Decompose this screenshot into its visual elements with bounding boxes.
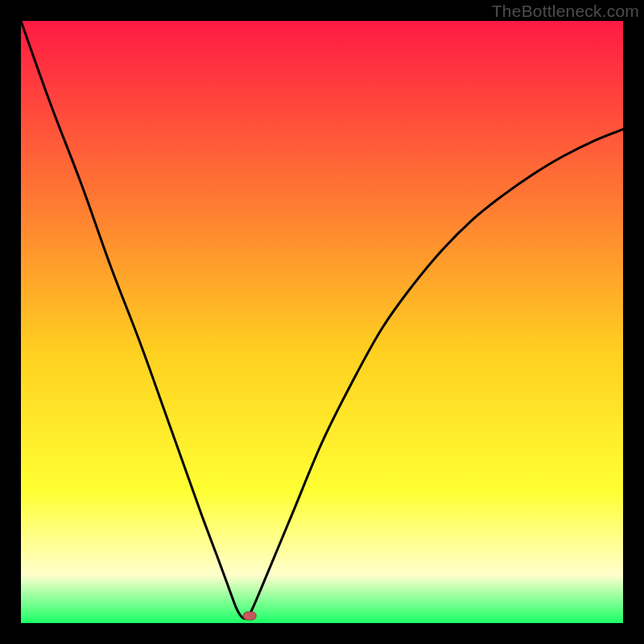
optimum-marker	[243, 612, 256, 620]
gradient-background	[21, 21, 623, 623]
watermark-text: TheBottleneck.com	[492, 2, 639, 21]
bottleneck-chart	[21, 21, 623, 623]
